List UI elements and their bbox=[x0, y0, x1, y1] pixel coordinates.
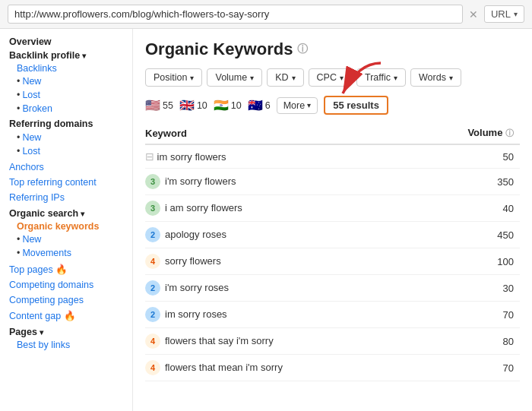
flag-gb: 🇬🇧 bbox=[179, 98, 195, 112]
cell-keyword: 2apology roses bbox=[145, 222, 420, 248]
clear-icon[interactable]: ✕ bbox=[469, 8, 478, 21]
sidebar-item-organic-keywords[interactable]: Organic keywords bbox=[17, 220, 123, 232]
sidebar-item-top-pages[interactable]: Top pages 🔥 bbox=[9, 263, 123, 276]
filter-kd[interactable]: KD ▾ bbox=[267, 68, 303, 87]
sidebar-item-anchors[interactable]: Anchors bbox=[9, 161, 123, 173]
no-data-icon: ⊟ bbox=[145, 150, 154, 163]
more-button[interactable]: More ▾ bbox=[277, 97, 318, 114]
sidebar-item-best-by-links[interactable]: Best by links bbox=[17, 339, 123, 351]
country-us[interactable]: 🇺🇸 55 bbox=[145, 98, 173, 112]
results-container: 55 results bbox=[324, 96, 388, 115]
sidebar-item-organic-new[interactable]: New bbox=[22, 233, 41, 245]
col-keyword: Keyword bbox=[145, 122, 420, 144]
cell-keyword: ⊟ im sorry flowers bbox=[145, 144, 420, 169]
filter-bar: Position ▾ Volume ▾ KD ▾ CPC ▾ Traffic ▾… bbox=[145, 68, 520, 87]
sidebar-item-backlinks[interactable]: Backlinks bbox=[17, 62, 123, 74]
table-row: 2apology roses 450 bbox=[145, 222, 520, 248]
url-type-label: URL bbox=[491, 8, 511, 20]
sidebar-item-content-gap[interactable]: Content gap 🔥 bbox=[9, 309, 123, 322]
sidebar-pages[interactable]: Pages bbox=[9, 327, 123, 337]
rank-badge: 4 bbox=[145, 334, 160, 349]
page-title: Organic Keywords ⓘ bbox=[145, 40, 520, 59]
sidebar-overview[interactable]: Overview bbox=[9, 36, 123, 47]
url-type-dropdown[interactable]: URL ▾ bbox=[484, 5, 524, 23]
chevron-down-icon: ▾ bbox=[514, 10, 518, 18]
country-in[interactable]: 🇮🇳 10 bbox=[214, 98, 242, 112]
filter-words[interactable]: Words ▾ bbox=[410, 68, 461, 87]
cell-volume: 100 bbox=[420, 248, 520, 275]
cell-volume: 80 bbox=[420, 328, 520, 355]
rank-badge: 4 bbox=[145, 360, 160, 375]
sidebar-organic-search[interactable]: Organic search bbox=[9, 208, 123, 219]
country-au[interactable]: 🇦🇺 6 bbox=[248, 98, 271, 112]
sidebar-item-backlinks-new[interactable]: New bbox=[22, 75, 41, 87]
sidebar-item-backlinks-broken[interactable]: Broken bbox=[22, 103, 52, 115]
sidebar-referring-domains[interactable]: Referring domains bbox=[9, 119, 123, 129]
chevron-down-icon: ▾ bbox=[292, 74, 296, 82]
cell-volume: 50 bbox=[420, 144, 520, 169]
sidebar-item-top-referring[interactable]: Top referring content bbox=[9, 176, 123, 188]
table-row: 2i'm sorry roses 30 bbox=[145, 275, 520, 302]
table-row: 3i'm sorry flowers 350 bbox=[145, 169, 520, 195]
sidebar-item-referring-lost[interactable]: Lost bbox=[22, 145, 40, 157]
rank-badge: 3 bbox=[145, 174, 160, 189]
red-arrow bbox=[335, 59, 396, 105]
sidebar-item-backlinks-lost[interactable]: Lost bbox=[22, 89, 40, 101]
flag-us: 🇺🇸 bbox=[145, 98, 160, 112]
sidebar-item-referring-ips[interactable]: Referring IPs bbox=[9, 191, 123, 204]
rank-badge: 4 bbox=[145, 254, 160, 269]
cell-keyword: 4flowers that mean i'm sorry bbox=[145, 355, 420, 381]
table-row: ⊟ im sorry flowers 50 bbox=[145, 144, 520, 169]
cell-keyword: 3i am sorry flowers bbox=[145, 195, 420, 222]
url-input[interactable] bbox=[8, 5, 463, 24]
cell-volume: 350 bbox=[420, 169, 520, 195]
chevron-down-icon: ▾ bbox=[449, 74, 453, 82]
cell-keyword: 4sorry flowers bbox=[145, 248, 420, 275]
cell-volume: 30 bbox=[420, 275, 520, 302]
cell-keyword: 2im sorry roses bbox=[145, 302, 420, 328]
sidebar-item-competing-domains[interactable]: Competing domains bbox=[9, 279, 123, 291]
chevron-down-icon: ▾ bbox=[307, 101, 311, 109]
table-row: 4flowers that say i'm sorry 80 bbox=[145, 328, 520, 355]
table-row: 4flowers that mean i'm sorry 70 bbox=[145, 355, 520, 381]
cell-volume: 450 bbox=[420, 222, 520, 248]
cell-keyword: 4flowers that say i'm sorry bbox=[145, 328, 420, 355]
cell-volume: 70 bbox=[420, 302, 520, 328]
col-volume: Volume ⓘ bbox=[420, 122, 520, 144]
content-area: Organic Keywords ⓘ Position ▾ Volume ▾ K… bbox=[133, 29, 532, 411]
rank-badge: 2 bbox=[145, 280, 160, 296]
info-icon[interactable]: ⓘ bbox=[297, 43, 308, 56]
sidebar-backlink-profile[interactable]: Backlink profile bbox=[9, 50, 123, 61]
flag-au: 🇦🇺 bbox=[248, 98, 263, 112]
cell-volume: 40 bbox=[420, 195, 520, 222]
cell-keyword: 3i'm sorry flowers bbox=[145, 169, 420, 195]
rank-badge: 2 bbox=[145, 307, 160, 322]
rank-badge: 2 bbox=[145, 227, 160, 242]
keywords-table: Keyword Volume ⓘ ⊟ im sorry flowers 50 3… bbox=[145, 122, 520, 381]
flag-in: 🇮🇳 bbox=[214, 98, 229, 112]
main-layout: Overview Backlink profile Backlinks • Ne… bbox=[0, 29, 532, 411]
filter-position[interactable]: Position ▾ bbox=[145, 68, 202, 87]
filter-volume[interactable]: Volume ▾ bbox=[207, 68, 262, 87]
sidebar-item-competing-pages[interactable]: Competing pages bbox=[9, 294, 123, 306]
sidebar-item-referring-new[interactable]: New bbox=[22, 131, 41, 144]
chevron-down-icon: ▾ bbox=[250, 74, 254, 82]
table-row: 2im sorry roses 70 bbox=[145, 302, 520, 328]
cell-keyword: 2i'm sorry roses bbox=[145, 275, 420, 302]
countries-bar: 🇺🇸 55 🇬🇧 10 🇮🇳 10 🇦🇺 6 More ▾ bbox=[145, 96, 520, 115]
rank-badge: 3 bbox=[145, 201, 160, 216]
country-gb[interactable]: 🇬🇧 10 bbox=[179, 98, 207, 112]
sidebar: Overview Backlink profile Backlinks • Ne… bbox=[0, 29, 133, 411]
address-bar: ✕ URL ▾ bbox=[0, 0, 532, 29]
sidebar-item-organic-movements[interactable]: Movements bbox=[22, 247, 71, 259]
table-row: 3i am sorry flowers 40 bbox=[145, 195, 520, 222]
cell-volume: 70 bbox=[420, 355, 520, 381]
table-row: 4sorry flowers 100 bbox=[145, 248, 520, 275]
chevron-down-icon: ▾ bbox=[190, 74, 194, 82]
